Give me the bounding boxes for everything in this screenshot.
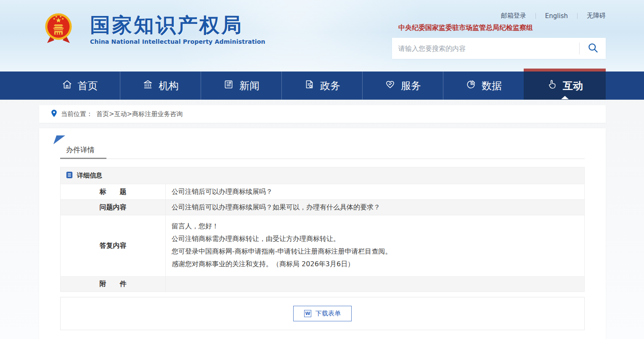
nav-label: 服务	[401, 79, 421, 93]
row-label: 标 题	[61, 184, 166, 199]
download-button-label: 下载表单	[315, 310, 341, 318]
nav-label: 首页	[78, 79, 98, 93]
divider	[535, 13, 536, 19]
utility-links: 邮箱登录 English 无障碍	[392, 12, 606, 20]
row-label: 问题内容	[61, 200, 166, 215]
divider	[577, 13, 578, 19]
nav-label: 政务	[320, 79, 340, 93]
nav-item-gov-affairs[interactable]: 政务	[281, 72, 362, 100]
search-input[interactable]	[392, 38, 579, 59]
main-nav: 首页 机构 新闻 政务	[0, 72, 644, 100]
site-header: 国家知识产权局 China National Intellectual Prop…	[0, 0, 644, 72]
corner-triangle-decoration	[53, 135, 65, 144]
panel-title: 详细信息	[77, 172, 102, 180]
nav-item-home[interactable]: 首页	[39, 72, 120, 100]
table-row-question: 问题内容 公司注销后可以办理商标续展吗？如果可以，办理有什么具体的要求？	[61, 199, 584, 215]
word-file-icon: W	[304, 310, 311, 317]
location-pin-icon	[51, 109, 57, 119]
nav-label: 新闻	[239, 79, 260, 93]
national-emblem-icon	[42, 12, 75, 45]
nav-label: 互动	[563, 79, 583, 93]
tab-case-detail[interactable]: 办件详情	[66, 145, 95, 155]
answer-line: 公司注销商标需办理商标转让，由受让方办理商标转让。	[172, 233, 578, 245]
nav-item-institution[interactable]: 机构	[120, 72, 201, 100]
nav-label: 数据	[482, 79, 502, 93]
detail-info-header: 详细信息	[61, 167, 584, 184]
nav-item-interaction[interactable]: 互动	[524, 72, 606, 100]
english-link[interactable]: English	[545, 12, 568, 20]
nav-item-service[interactable]: 服务	[362, 72, 443, 100]
row-label: 附 件	[61, 277, 166, 291]
home-icon	[61, 79, 73, 93]
nav-item-data[interactable]: 数据	[443, 72, 524, 100]
document-seal-icon	[304, 79, 315, 93]
breadcrumb: 当前位置： 首页>互动>商标注册业务咨询	[39, 105, 606, 123]
answer-line: 您可登录中国商标网-商标申请指南-申请转让注册商标注册申请栏目查阅。	[172, 245, 578, 258]
site-title: 国家知识产权局	[90, 14, 265, 35]
row-value	[166, 277, 584, 291]
search-button[interactable]	[580, 38, 606, 59]
supervision-group-link[interactable]: 中央纪委国家监委驻市场监管总局纪检监察组	[392, 24, 606, 32]
news-icon	[223, 79, 234, 93]
breadcrumb-prefix: 当前位置：	[61, 110, 93, 118]
nav-item-news[interactable]: 新闻	[201, 72, 281, 100]
row-label: 答复内容	[61, 215, 166, 276]
answer-line: 留言人，您好！	[172, 220, 578, 233]
header-right: 邮箱登录 English 无障碍 中央纪委国家监委驻市场监管总局纪检监察组	[392, 12, 606, 32]
site-logo[interactable]: 国家知识产权局 China National Intellectual Prop…	[42, 12, 265, 45]
answer-line: 感谢您对商标事业的关注和支持。（商标局 2026年3月6日）	[172, 258, 578, 270]
row-value: 公司注销后可以办理商标续展吗？如果可以，办理有什么具体的要求？	[166, 200, 584, 215]
site-title-english: China National Intellectual Property Adm…	[90, 38, 265, 45]
page: 国家知识产权局 China National Intellectual Prop…	[0, 0, 644, 339]
table-row-answer: 答复内容 留言人，您好！ 公司注销商标需办理商标转让，由受让方办理商标转让。 您…	[61, 215, 584, 276]
email-login-link[interactable]: 邮箱登录	[501, 12, 526, 20]
search-box	[392, 38, 606, 59]
divider	[60, 159, 585, 159]
row-value: 留言人，您好！ 公司注销商标需办理商标转让，由受让方办理商标转让。 您可登录中国…	[166, 215, 584, 276]
institution-icon	[142, 79, 154, 93]
content-card: 办件详情 详细信息 标 题 公司注销后可以办理商标续展吗？ 问题内容 公司注销后	[39, 128, 606, 339]
document-icon	[66, 171, 73, 180]
tab-active-underline	[60, 158, 106, 159]
table-row-attachment: 附 件	[61, 276, 584, 291]
table-row-title: 标 题 公司注销后可以办理商标续展吗？	[61, 184, 584, 199]
search-icon	[587, 42, 599, 55]
breadcrumb-path[interactable]: 首页>互动>商标注册业务咨询	[96, 110, 183, 118]
nav-label: 机构	[159, 79, 179, 93]
heart-check-icon	[384, 79, 396, 93]
detail-info-panel: 详细信息 标 题 公司注销后可以办理商标续展吗？ 问题内容 公司注销后可以办理商…	[60, 167, 585, 292]
accessibility-link[interactable]: 无障碍	[587, 12, 606, 20]
download-form-button[interactable]: W 下载表单	[293, 306, 352, 321]
pie-chart-icon	[465, 79, 477, 93]
row-value: 公司注销后可以办理商标续展吗？	[166, 184, 584, 199]
download-section: W 下载表单	[60, 297, 585, 330]
hand-pointer-icon	[546, 79, 558, 93]
